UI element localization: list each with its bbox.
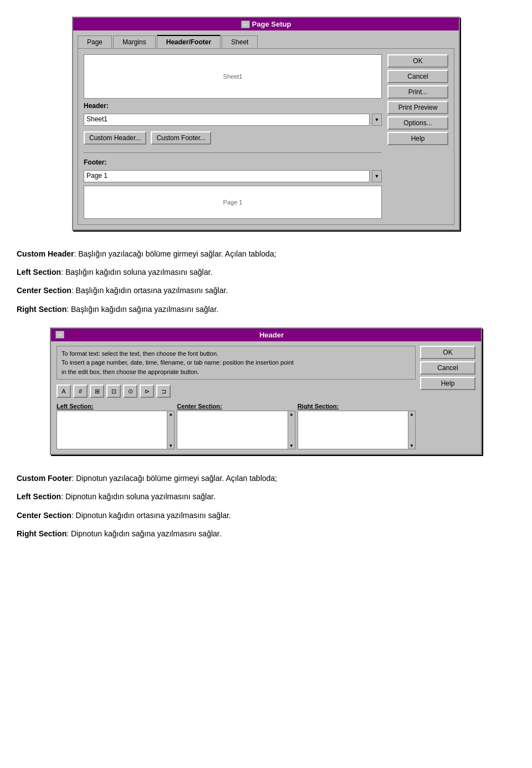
center-scrollbar[interactable]: ▲ ▼ (288, 411, 295, 449)
print-preview-button[interactable]: Print Preview (387, 101, 448, 114)
center-section-input[interactable] (177, 411, 287, 449)
panel-area: Sheet1 Header: Sheet1 ▼ Custom Header...… (78, 48, 454, 225)
options-button[interactable]: Options... (387, 116, 448, 130)
left-scroll-up[interactable]: ▲ (168, 412, 173, 417)
custom-header-term: Custom Header (17, 249, 74, 258)
dialog-title: Page Setup (252, 20, 291, 28)
footer-center-section-term: Center Section (17, 511, 71, 520)
dialog-body: Page Margins Header/Footer Sheet Sheet1 … (73, 30, 459, 229)
header-help-btn[interactable]: Help (420, 377, 475, 390)
right-section-col: Right Section: ▲ ▼ (298, 403, 416, 449)
center-section-scroll: ▲ ▼ (177, 411, 295, 449)
footer-dropdown[interactable]: Page 1 (84, 170, 370, 182)
text-section-2: Custom Footer: Dipnotun yazılacağı bölüm… (17, 472, 515, 541)
custom-btns-row: Custom Header... Custom Footer... (84, 131, 382, 145)
center-scroll-down[interactable]: ▼ (289, 443, 294, 448)
cancel-button[interactable]: Cancel (387, 70, 448, 83)
tabname-tool-btn[interactable]: ⊐ (156, 385, 171, 398)
custom-header-desc: : Başlığın yazılacağı bölüme girmeyi sağ… (74, 249, 276, 258)
header-dropdown-row: Sheet1 ▼ (84, 114, 382, 126)
tab-page[interactable]: Page (78, 35, 112, 48)
right-panel: OK Cancel Print... Print Preview Options… (387, 54, 448, 219)
footer-dropdown-row: Page 1 ▼ (84, 170, 382, 182)
header-dialog-left: To format text: select the text, then ch… (57, 346, 416, 450)
page-num-tool-btn[interactable]: # (73, 385, 88, 398)
header-minimize-btn[interactable]: ─ (55, 331, 64, 339)
right-scrollbar[interactable]: ▲ ▼ (408, 411, 416, 449)
custom-footer-term: Custom Footer (17, 474, 72, 483)
custom-footer-btn[interactable]: Custom Footer... (151, 131, 211, 145)
header-dialog: ─ Header To format text: select the text… (50, 327, 482, 455)
footer-center-section-desc: : Dipnotun kağıdın ortasına yazılmasını … (71, 511, 231, 520)
minimize-btn[interactable]: ─ (241, 21, 250, 28)
custom-footer-desc: : Dipnotun yazılacağı bölüme girmeyi sağ… (72, 474, 277, 483)
filename-tool-btn[interactable]: ⊳ (140, 385, 154, 398)
header-dropdown-arrow[interactable]: ▼ (372, 114, 382, 126)
right-scroll-up[interactable]: ▲ (410, 412, 414, 417)
left-section-term: Left Section (17, 268, 61, 277)
right-section-input[interactable] (298, 411, 408, 449)
help-button[interactable]: Help (387, 132, 448, 145)
center-scroll-up[interactable]: ▲ (289, 412, 294, 417)
center-section-label: Center Section: (177, 403, 295, 409)
header-preview-box: Sheet1 (84, 54, 382, 99)
header-dialog-body: To format text: select the text, then ch… (51, 341, 481, 454)
header-label: Header: (84, 102, 382, 110)
header-ok-btn[interactable]: OK (420, 346, 475, 359)
header-dialog-right: OK Cancel Help (420, 346, 475, 450)
time-tool-btn[interactable]: ⊙ (123, 385, 137, 398)
left-panel: Sheet1 Header: Sheet1 ▼ Custom Header...… (84, 54, 382, 219)
right-section-label: Right Section: (298, 403, 416, 409)
right-section-desc: : Başlığın kağıdın sağına yazılmasını sa… (66, 305, 218, 314)
footer-left-section-term: Left Section (17, 492, 61, 501)
pages-tool-btn[interactable]: ⊞ (90, 385, 104, 398)
custom-header-btn[interactable]: Custom Header... (84, 131, 146, 145)
tab-headerfooter[interactable]: Header/Footer (157, 35, 221, 48)
footer-preview-text: Page 1 (223, 199, 243, 206)
header-dialog-title: Header (66, 331, 477, 339)
footer-right-section-para: Right Section: Dipnotun kağıdın sağına y… (17, 527, 515, 541)
header-cancel-btn[interactable]: Cancel (420, 361, 475, 375)
ok-button[interactable]: OK (387, 54, 448, 68)
left-section-desc: : Başlığın kağıdın soluna yazılmasını sa… (61, 268, 212, 277)
left-scroll-down[interactable]: ▼ (168, 443, 173, 448)
center-section-term: Center Section (17, 286, 71, 295)
footer-preview-box: Page 1 (84, 186, 382, 219)
left-section-label: Left Section: (57, 403, 175, 409)
footer-left-section-desc: : Dipnotun kağıdın soluna yazılmasını sa… (61, 492, 216, 501)
left-section-input[interactable] (57, 411, 167, 449)
tab-margins[interactable]: Margins (113, 35, 156, 48)
separator (84, 152, 382, 153)
page-setup-dialog: ─ Page Setup Page Margins Header/Footer … (72, 17, 460, 231)
footer-dropdown-arrow[interactable]: ▼ (372, 170, 382, 182)
footer-label: Footer: (84, 158, 382, 166)
left-scrollbar[interactable]: ▲ ▼ (167, 411, 175, 449)
print-button[interactable]: Print... (387, 85, 448, 99)
toolbar-row: A # ⊞ ⊡ ⊙ ⊳ ⊐ (57, 383, 416, 400)
tabs-row: Page Margins Header/Footer Sheet (78, 35, 454, 48)
dialog-titlebar: ─ Page Setup (73, 18, 459, 30)
custom-header-para: Custom Header: Başlığın yazılacağı bölüm… (17, 247, 515, 261)
left-section-scroll: ▲ ▼ (57, 411, 175, 449)
sections-row: Left Section: ▲ ▼ Center Section: (57, 403, 416, 449)
center-section-col: Center Section: ▲ ▼ (177, 403, 295, 449)
right-scroll-down[interactable]: ▼ (410, 443, 414, 448)
footer-left-section-para: Left Section: Dipnotun kağıdın soluna ya… (17, 490, 515, 504)
header-dropdown[interactable]: Sheet1 (84, 114, 370, 126)
instructions-text: To format text: select the text, then ch… (62, 350, 294, 375)
header-preview-text: Sheet1 (223, 73, 243, 80)
right-section-para: Right Section: Başlığın kağıdın sağına y… (17, 303, 515, 316)
tab-sheet[interactable]: Sheet (222, 35, 258, 48)
left-section-para: Left Section: Başlığın kağıdın soluna ya… (17, 265, 515, 279)
right-section-scroll: ▲ ▼ (298, 411, 416, 449)
custom-footer-para: Custom Footer: Dipnotun yazılacağı bölüm… (17, 472, 515, 485)
header-titlebar: ─ Header (51, 329, 481, 341)
text-section-1: Custom Header: Başlığın yazılacağı bölüm… (17, 247, 515, 316)
left-section-col: Left Section: ▲ ▼ (57, 403, 175, 449)
footer-center-section-para: Center Section: Dipnotun kağıdın ortasın… (17, 509, 515, 523)
center-section-desc: : Başlığın kağıdın ortasına yazılmasını … (71, 286, 228, 295)
font-tool-btn[interactable]: A (57, 385, 71, 398)
footer-right-section-desc: : Dipnotun kağıdın sağına yazılmasını sa… (66, 529, 221, 538)
date-tool-btn[interactable]: ⊡ (106, 385, 121, 398)
right-section-term: Right Section (17, 305, 66, 314)
